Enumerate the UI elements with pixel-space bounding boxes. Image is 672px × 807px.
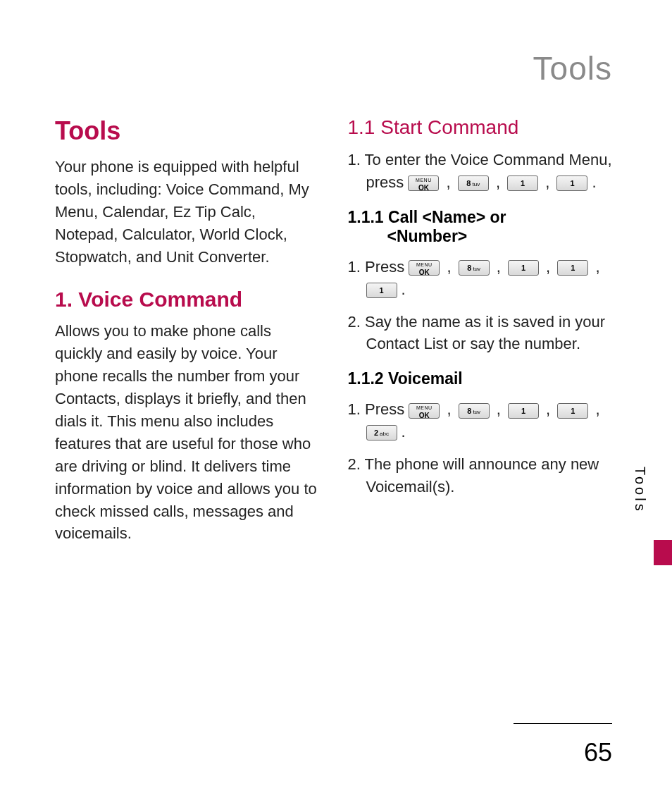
heading-start-command: 1.1 Start Command	[348, 116, 613, 139]
content-area: Tools Your phone is equipped with helpfu…	[55, 116, 612, 555]
step-text: 1. Press	[348, 400, 409, 418]
running-head: Tools	[533, 49, 612, 87]
separator-comma: ,	[542, 400, 554, 418]
key-1: 1	[507, 175, 538, 191]
call-step-2: 2. Say the name as it is saved in your C…	[348, 311, 613, 356]
key-menu-ok: MENUOK	[408, 175, 439, 191]
key-1: 1	[508, 403, 539, 419]
side-tab-bar	[654, 540, 672, 565]
separator-comma: ,	[591, 400, 599, 418]
side-tab: Tools	[652, 479, 672, 547]
separator-comma: ,	[542, 258, 554, 276]
separator-comma: ,	[492, 173, 504, 191]
voicemail-step-2: 2. The phone will announce any new Voice…	[348, 453, 613, 498]
heading-voice-command: 1. Voice Command	[55, 288, 320, 312]
voicemail-steps: 1. Press MENUOK , 8tuv , 1 , 1 , 2abc . …	[348, 398, 613, 498]
key-8: 8tuv	[459, 260, 490, 276]
separator-comma: ,	[442, 400, 455, 418]
key-menu-ok: MENUOK	[409, 260, 440, 276]
step-terminator: .	[397, 281, 406, 298]
right-column: 1.1 Start Command 1. To enter the Voice …	[348, 116, 613, 555]
separator-comma: ,	[541, 173, 554, 191]
separator-comma: ,	[442, 258, 455, 276]
key-1: 1	[557, 403, 588, 419]
separator-comma: ,	[442, 173, 454, 191]
key-8: 8tuv	[459, 403, 490, 419]
left-column: Tools Your phone is equipped with helpfu…	[55, 116, 320, 555]
voicemail-step-1: 1. Press MENUOK , 8tuv , 1 , 1 , 2abc .	[348, 398, 613, 443]
side-tab-label: Tools	[632, 467, 648, 514]
separator-comma: ,	[591, 258, 599, 276]
call-step-1: 1. Press MENUOK , 8tuv , 1 , 1 , 1 .	[348, 256, 613, 301]
tools-intro-paragraph: Your phone is equipped with helpful tool…	[55, 156, 320, 268]
step-terminator: .	[587, 173, 596, 191]
key-8: 8tuv	[458, 175, 489, 191]
heading-call-name-number: 1.1.1 Call <Name> or <Number>	[348, 208, 613, 246]
key-1: 1	[508, 260, 539, 276]
page-number: 65	[584, 738, 612, 768]
section-title-tools: Tools	[55, 116, 320, 146]
separator-comma: ,	[492, 258, 505, 276]
step-terminator: .	[397, 423, 406, 441]
start-command-step-1: 1. To enter the Voice Command Menu, pres…	[348, 149, 613, 194]
key-1: 1	[366, 283, 397, 298]
start-command-steps: 1. To enter the Voice Command Menu, pres…	[348, 149, 613, 194]
folio-rule	[514, 723, 612, 724]
key-1: 1	[557, 260, 588, 276]
separator-comma: ,	[492, 400, 505, 418]
heading-voicemail: 1.1.2 Voicemail	[348, 369, 613, 388]
step-text: 1. Press	[348, 258, 409, 276]
voice-command-description: Allows you to make phone calls quickly a…	[55, 320, 320, 545]
key-2: 2abc	[366, 425, 397, 441]
key-menu-ok: MENUOK	[409, 403, 440, 419]
call-steps: 1. Press MENUOK , 8tuv , 1 , 1 , 1 . 2. …	[348, 256, 613, 356]
key-1: 1	[556, 175, 587, 191]
